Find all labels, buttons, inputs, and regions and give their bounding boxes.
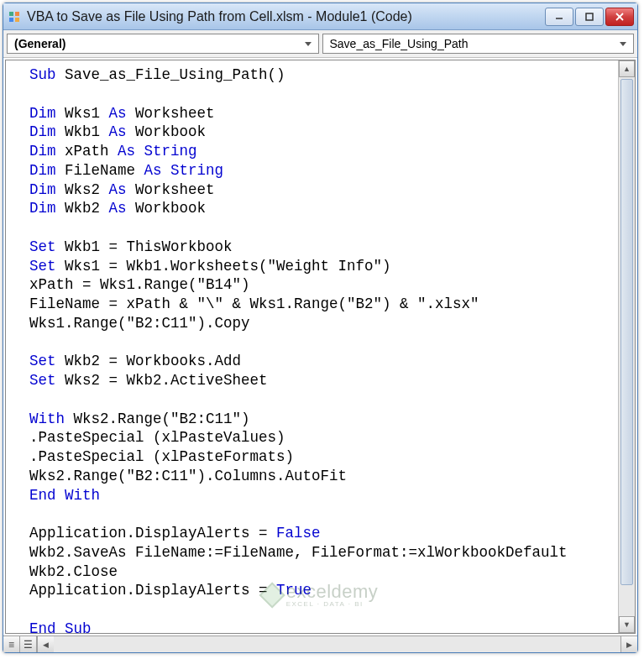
procedure-dropdown[interactable]: Save_as_File_Using_Path [322,34,635,54]
procedure-dropdown-value: Save_as_File_Using_Path [330,37,469,50]
object-dropdown[interactable]: (General) [7,34,319,54]
object-dropdown-value: (General) [14,37,65,50]
close-button[interactable] [605,8,634,26]
vertical-scrollbar: ▲ ▼ [618,60,635,633]
dropdown-bar: (General) Save_as_File_Using_Path [3,30,637,58]
svg-rect-5 [586,13,593,20]
scroll-thumb[interactable] [620,79,633,585]
code-window: VBA to Save as File Using Path from Cell… [3,3,638,653]
window-title: VBA to Save as File Using Path from Cell… [27,9,545,24]
svg-rect-0 [9,12,13,16]
scroll-up-button[interactable]: ▲ [619,60,635,77]
code-area: Sub Save_as_File_Using_Path() Dim Wks1 A… [5,60,636,634]
hscroll-track[interactable] [54,636,620,652]
maximize-button[interactable] [575,8,604,26]
window-controls [545,8,634,26]
titlebar[interactable]: VBA to Save as File Using Path from Cell… [3,3,637,30]
bottom-bar: ≡ ☰ ◀ ▶ [3,635,637,652]
full-module-view-button[interactable]: ☰ [20,636,37,652]
scroll-right-button[interactable]: ▶ [620,636,637,652]
svg-rect-2 [9,18,13,22]
view-buttons: ≡ ☰ [3,636,37,652]
code-editor[interactable]: Sub Save_as_File_Using_Path() Dim Wks1 A… [6,60,618,633]
procedure-view-button[interactable]: ≡ [3,636,20,652]
svg-rect-1 [15,12,19,16]
scroll-down-button[interactable]: ▼ [619,616,635,633]
minimize-button[interactable] [545,8,573,26]
svg-rect-3 [15,18,19,22]
scroll-left-button[interactable]: ◀ [37,636,54,652]
app-icon [7,9,22,24]
scroll-track[interactable] [619,77,635,616]
